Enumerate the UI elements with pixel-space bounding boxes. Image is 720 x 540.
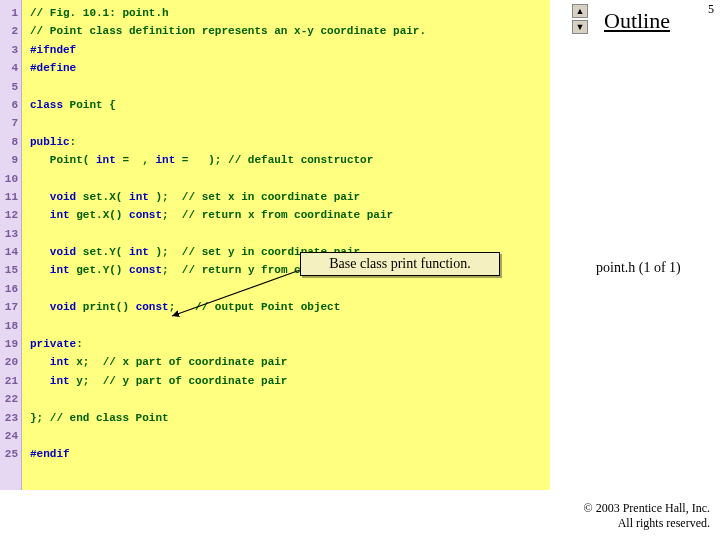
code-line bbox=[30, 225, 550, 243]
code-line: int x; // x part of coordinate pair bbox=[30, 353, 550, 371]
line-number: 8 bbox=[0, 133, 21, 151]
code-line: #define bbox=[30, 59, 550, 77]
line-number: 14 bbox=[0, 243, 21, 261]
code-line bbox=[30, 427, 550, 445]
line-number: 13 bbox=[0, 225, 21, 243]
file-caption: point.h (1 of 1) bbox=[596, 260, 681, 276]
code-line: #ifndef bbox=[30, 41, 550, 59]
line-number: 15 bbox=[0, 261, 21, 279]
code-line: Point( int = , int = ); // default const… bbox=[30, 151, 550, 169]
code-line bbox=[30, 78, 550, 96]
page-number: 5 bbox=[708, 2, 714, 17]
line-number: 17 bbox=[0, 298, 21, 316]
line-number: 2 bbox=[0, 22, 21, 40]
code-line: int get.X() const; // return x from coor… bbox=[30, 206, 550, 224]
sidebar: ▲ ▼ Outline 5 point.h (1 of 1) © 2003 Pr… bbox=[550, 0, 720, 540]
line-number: 20 bbox=[0, 353, 21, 371]
line-number: 10 bbox=[0, 170, 21, 188]
line-number: 12 bbox=[0, 206, 21, 224]
code-line bbox=[30, 390, 550, 408]
code-area: 1234567891011121314151617181920212223242… bbox=[0, 0, 550, 490]
outline-title: Outline bbox=[604, 8, 670, 34]
line-number-gutter: 1234567891011121314151617181920212223242… bbox=[0, 0, 22, 490]
code-line: void print() const; // output Point obje… bbox=[30, 298, 550, 316]
line-number: 7 bbox=[0, 114, 21, 132]
code-line: #endif bbox=[30, 445, 550, 463]
line-number: 21 bbox=[0, 372, 21, 390]
line-number: 5 bbox=[0, 78, 21, 96]
code-line: // Fig. 10.1: point.h bbox=[30, 4, 550, 22]
code-line bbox=[30, 317, 550, 335]
code-line: int y; // y part of coordinate pair bbox=[30, 372, 550, 390]
line-number: 24 bbox=[0, 427, 21, 445]
code-line bbox=[30, 114, 550, 132]
code-line: class Point { bbox=[30, 96, 550, 114]
line-number: 4 bbox=[0, 59, 21, 77]
nav-down-button[interactable]: ▼ bbox=[572, 20, 588, 34]
line-number: 1 bbox=[0, 4, 21, 22]
line-number: 9 bbox=[0, 151, 21, 169]
code-line: public: bbox=[30, 133, 550, 151]
nav-up-button[interactable]: ▲ bbox=[572, 4, 588, 18]
copyright: © 2003 Prentice Hall, Inc. All rights re… bbox=[584, 501, 710, 532]
copyright-line-2: All rights reserved. bbox=[584, 516, 710, 532]
code-line bbox=[30, 280, 550, 298]
line-number: 19 bbox=[0, 335, 21, 353]
code-line: void set.X( int ); // set x in coordinat… bbox=[30, 188, 550, 206]
nav-arrows: ▲ ▼ bbox=[572, 4, 588, 34]
line-number: 16 bbox=[0, 280, 21, 298]
copyright-line-1: © 2003 Prentice Hall, Inc. bbox=[584, 501, 710, 517]
code-line: }; // end class Point bbox=[30, 409, 550, 427]
code-line bbox=[30, 170, 550, 188]
line-number: 6 bbox=[0, 96, 21, 114]
line-number: 25 bbox=[0, 445, 21, 463]
code-line: // Point class definition represents an … bbox=[30, 22, 550, 40]
line-number: 22 bbox=[0, 390, 21, 408]
code-listing: // Fig. 10.1: point.h// Point class defi… bbox=[22, 0, 550, 490]
line-number: 18 bbox=[0, 317, 21, 335]
line-number: 23 bbox=[0, 409, 21, 427]
line-number: 11 bbox=[0, 188, 21, 206]
code-line: private: bbox=[30, 335, 550, 353]
line-number: 3 bbox=[0, 41, 21, 59]
callout-box: Base class print function. bbox=[300, 252, 500, 276]
